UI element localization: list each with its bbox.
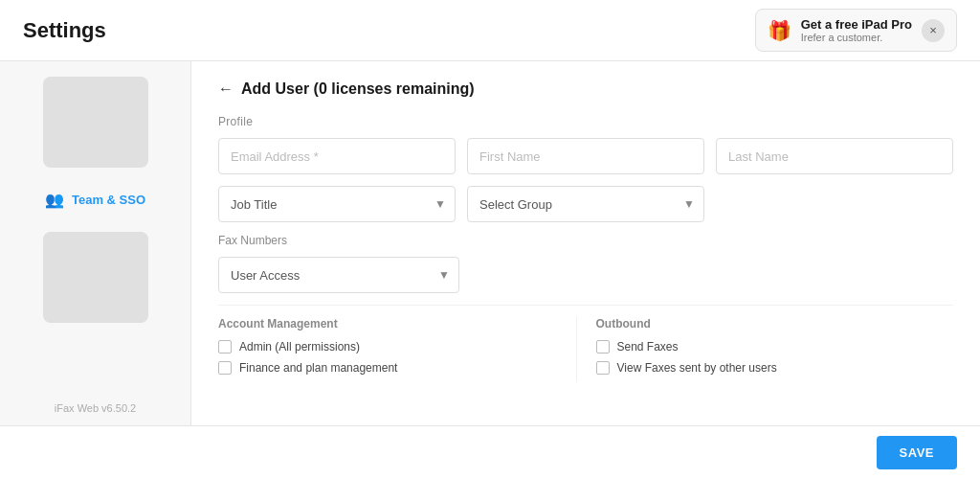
perm-item-admin: Admin (All permissions) [218, 340, 576, 354]
account-management-col: Account Management Admin (All permission… [218, 317, 576, 382]
avatar-top [43, 77, 148, 168]
add-user-title: Add User (0 licenses remaining) [241, 80, 475, 98]
account-management-label: Account Management [218, 317, 576, 331]
last-name-field[interactable] [716, 138, 953, 174]
promo-sub-text: Irefer a customer. [801, 32, 912, 43]
main-content: ← Add User (0 licenses remaining) Profil… [191, 61, 980, 425]
job-title-select[interactable]: Job Title [218, 186, 456, 222]
email-field[interactable] [218, 138, 456, 174]
footer-bar: SAVE [0, 425, 980, 479]
back-arrow-button[interactable]: ← [218, 80, 234, 98]
fax-numbers-label: Fax Numbers [218, 234, 953, 247]
header: Settings 🎁 Get a free iPad Pro Irefer a … [0, 0, 980, 61]
sidebar-item-team-sso[interactable]: 👥 Team & SSO [0, 183, 190, 217]
admin-label: Admin (All permissions) [239, 340, 360, 354]
team-sso-icon: 👥 [45, 191, 64, 209]
user-access-wrapper: User Access ▼ [218, 257, 459, 293]
version-label: iFax Web v6.50.2 [55, 391, 136, 425]
promo-icon: 🎁 [768, 19, 791, 42]
promo-text-block: Get a free iPad Pro Irefer a customer. [801, 17, 912, 43]
finance-checkbox[interactable] [218, 361, 232, 375]
admin-checkbox[interactable] [218, 340, 232, 354]
profile-section-label: Profile [218, 115, 953, 128]
page-header: ← Add User (0 licenses remaining) [218, 80, 953, 98]
sidebar-item-label: Team & SSO [72, 193, 145, 207]
fax-row: User Access ▼ [218, 257, 953, 293]
sidebar: 👥 Team & SSO iFax Web v6.50.2 [0, 61, 191, 425]
page-title: Settings [23, 18, 106, 43]
permissions-row: Account Management Admin (All permission… [218, 305, 953, 382]
send-faxes-checkbox[interactable] [596, 340, 610, 354]
finance-label: Finance and plan management [239, 361, 397, 375]
user-access-select[interactable]: User Access [218, 257, 459, 293]
profile-row-2: Job Title ▼ Select Group ▼ [218, 186, 953, 222]
job-title-wrapper: Job Title ▼ [218, 186, 456, 222]
body: 👥 Team & SSO iFax Web v6.50.2 ← Add User… [0, 61, 980, 425]
promo-banner: 🎁 Get a free iPad Pro Irefer a customer.… [755, 9, 957, 52]
promo-close-button[interactable]: × [922, 19, 945, 42]
perm-item-view-faxes: View Faxes sent by other users [596, 361, 954, 375]
perm-item-send-faxes: Send Faxes [596, 340, 954, 354]
promo-main-text: Get a free iPad Pro [801, 17, 912, 32]
view-faxes-label: View Faxes sent by other users [617, 361, 777, 375]
outbound-col: Outbound Send Faxes View Faxes sent by o… [576, 317, 954, 382]
first-name-field[interactable] [467, 138, 704, 174]
profile-row-1 [218, 138, 953, 174]
save-button[interactable]: SAVE [877, 436, 957, 469]
select-group-select[interactable]: Select Group [467, 186, 704, 222]
outbound-label: Outbound [596, 317, 954, 331]
send-faxes-label: Send Faxes [617, 340, 679, 354]
view-faxes-checkbox[interactable] [596, 361, 610, 375]
perm-item-finance: Finance and plan management [218, 361, 576, 375]
select-group-wrapper: Select Group ▼ [467, 186, 704, 222]
avatar-bottom [43, 232, 148, 323]
